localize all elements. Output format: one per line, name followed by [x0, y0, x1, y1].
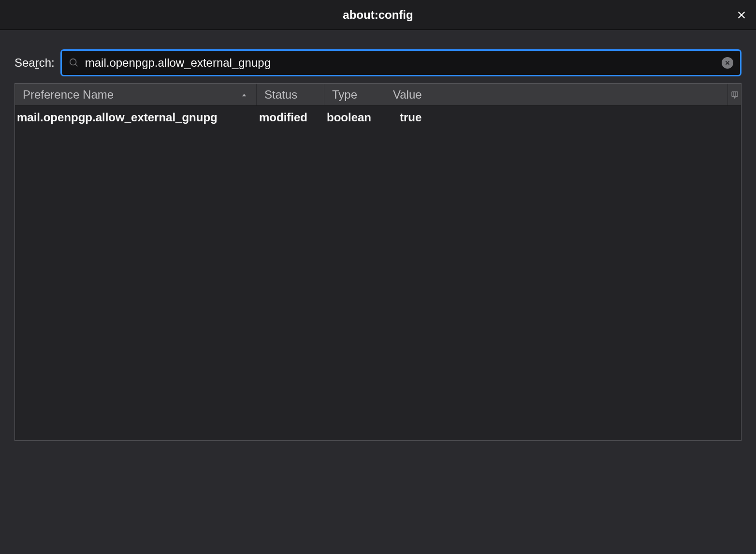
- cell-value: true: [385, 111, 741, 124]
- close-icon: [737, 10, 746, 20]
- cell-name: mail.openpgp.allow_external_gnupg: [15, 111, 257, 124]
- table-row[interactable]: mail.openpgp.allow_external_gnupg modifi…: [15, 106, 741, 129]
- window-title: about:config: [343, 8, 413, 22]
- preferences-table: Preference Name Status Type Value mail.o…: [15, 83, 741, 441]
- search-icon: [69, 58, 79, 68]
- sort-ascending-icon: [241, 88, 247, 102]
- column-picker-icon: [731, 91, 739, 99]
- svg-line-3: [75, 64, 77, 67]
- window-close-button[interactable]: [734, 7, 749, 23]
- column-picker-button[interactable]: [727, 84, 741, 105]
- titlebar: about:config: [0, 0, 756, 30]
- column-header-name[interactable]: Preference Name: [15, 84, 257, 105]
- cell-type: boolean: [324, 111, 385, 124]
- content-area: Search: Preference Name Status Type: [0, 30, 756, 455]
- svg-point-2: [70, 59, 76, 65]
- table-body: mail.openpgp.allow_external_gnupg modifi…: [15, 106, 741, 440]
- clear-icon: [725, 60, 730, 66]
- column-header-type[interactable]: Type: [324, 84, 385, 105]
- table-header: Preference Name Status Type Value: [15, 84, 741, 106]
- column-header-value[interactable]: Value: [385, 84, 727, 105]
- search-input[interactable]: [85, 56, 722, 70]
- search-box[interactable]: [60, 49, 741, 76]
- search-label: Search:: [15, 56, 55, 70]
- search-row: Search:: [15, 49, 741, 76]
- svg-rect-6: [732, 92, 738, 96]
- cell-status: modified: [257, 111, 324, 124]
- column-header-status[interactable]: Status: [257, 84, 324, 105]
- search-clear-button[interactable]: [722, 57, 733, 69]
